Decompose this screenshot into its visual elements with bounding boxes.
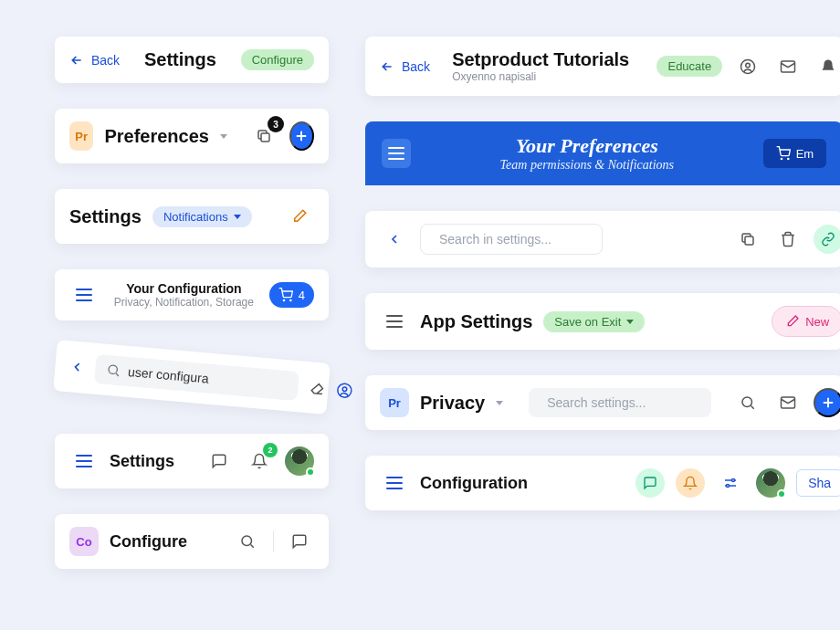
configuration-card: Your Configuration Privacy, Notification… bbox=[55, 269, 329, 320]
notifications-chip[interactable]: Notifications bbox=[152, 206, 252, 227]
hamburger-icon bbox=[76, 455, 92, 467]
chat-button[interactable] bbox=[635, 468, 665, 498]
trash-button[interactable] bbox=[773, 225, 803, 254]
configure-button[interactable]: Configure bbox=[241, 49, 314, 70]
svg-rect-13 bbox=[745, 236, 753, 245]
avatar-wrapper[interactable] bbox=[756, 468, 785, 498]
educate-button[interactable]: Educate bbox=[656, 56, 722, 77]
settings-notifications-card: Settings Notifications bbox=[55, 189, 329, 244]
settings-back-card: Back Settings Configure bbox=[55, 37, 329, 83]
bell-icon bbox=[820, 58, 836, 75]
search-input[interactable] bbox=[439, 232, 599, 247]
add-button[interactable] bbox=[289, 121, 314, 151]
search-settings-card bbox=[365, 211, 840, 268]
sliders-button[interactable] bbox=[716, 468, 745, 498]
user-button[interactable] bbox=[733, 52, 762, 81]
chevron-left-icon bbox=[387, 232, 402, 247]
back-link[interactable]: Back bbox=[380, 59, 430, 74]
chevron-down-icon[interactable] bbox=[220, 134, 227, 139]
arrow-left-icon bbox=[69, 53, 84, 68]
svg-point-8 bbox=[746, 63, 751, 68]
back-label: Back bbox=[402, 59, 430, 74]
bell-button[interactable] bbox=[676, 468, 705, 498]
search-icon bbox=[106, 362, 121, 378]
pr-logo: Pr bbox=[380, 388, 409, 417]
new-button[interactable]: New bbox=[772, 306, 840, 337]
pencil-icon bbox=[785, 314, 800, 329]
svg-point-5 bbox=[342, 387, 347, 392]
share-button[interactable]: Sha bbox=[796, 469, 840, 497]
svg-point-10 bbox=[781, 158, 782, 159]
card-subtitle: Oxyenno napisali bbox=[452, 70, 629, 83]
menu-button[interactable] bbox=[380, 307, 409, 336]
back-button[interactable] bbox=[380, 225, 409, 254]
copy-button[interactable] bbox=[733, 225, 762, 254]
search-box[interactable] bbox=[94, 354, 299, 401]
eraser-button[interactable] bbox=[308, 373, 327, 403]
search-input[interactable] bbox=[547, 395, 707, 410]
app-settings-card: App Settings Save on Exit New bbox=[365, 293, 840, 350]
menu-button[interactable] bbox=[69, 446, 99, 476]
back-label: Back bbox=[91, 53, 120, 68]
pencil-icon bbox=[291, 208, 308, 225]
tutorials-card: Back Setproduct Tutorials Oxyenno napisa… bbox=[365, 37, 840, 96]
hamburger-icon bbox=[388, 147, 404, 160]
copy-icon bbox=[740, 231, 756, 247]
pr-logo: Pr bbox=[69, 121, 93, 151]
privacy-card: Pr Privacy bbox=[365, 375, 840, 430]
card-title: Preferences bbox=[104, 126, 209, 147]
search-button[interactable] bbox=[233, 527, 262, 556]
svg-point-4 bbox=[337, 383, 352, 398]
svg-point-11 bbox=[787, 158, 788, 159]
plus-icon bbox=[293, 128, 310, 144]
card-subtitle: Privacy, Notification, Storage bbox=[110, 296, 258, 309]
chat-button[interactable] bbox=[205, 446, 234, 476]
menu-button[interactable] bbox=[69, 280, 99, 310]
card-title: Privacy bbox=[420, 393, 485, 414]
svg-point-15 bbox=[742, 397, 752, 407]
plus-icon bbox=[820, 394, 836, 411]
hamburger-icon bbox=[386, 315, 403, 328]
user-circle-icon bbox=[336, 382, 354, 400]
chevron-down-icon bbox=[234, 215, 241, 219]
user-circle-icon bbox=[740, 58, 756, 75]
menu-button[interactable] bbox=[382, 139, 411, 168]
back-button[interactable] bbox=[68, 352, 86, 382]
svg-rect-0 bbox=[261, 133, 269, 142]
hamburger-icon bbox=[386, 477, 403, 489]
edit-button[interactable] bbox=[285, 202, 314, 231]
co-logo: Co bbox=[69, 527, 99, 556]
card-title: Settings bbox=[110, 452, 174, 471]
search-box[interactable] bbox=[420, 224, 603, 255]
chat-icon bbox=[643, 476, 657, 490]
chat-button[interactable] bbox=[285, 527, 314, 556]
chevron-down-icon bbox=[626, 320, 634, 324]
status-dot bbox=[306, 467, 315, 477]
copy-button-wrapper: 3 bbox=[249, 121, 278, 151]
banner-action-button[interactable]: Em bbox=[763, 139, 827, 168]
search-button[interactable] bbox=[733, 388, 762, 417]
svg-point-2 bbox=[289, 299, 290, 300]
save-chip[interactable]: Save on Exit bbox=[543, 311, 645, 332]
back-link[interactable]: Back bbox=[69, 53, 120, 68]
search-box[interactable] bbox=[529, 388, 711, 417]
avatar-wrapper[interactable] bbox=[285, 446, 314, 476]
search-input[interactable] bbox=[128, 364, 289, 393]
cart-button[interactable]: 4 bbox=[269, 282, 314, 308]
add-button[interactable] bbox=[814, 388, 840, 417]
card-title: Configure bbox=[110, 532, 187, 551]
mail-button[interactable] bbox=[773, 52, 803, 81]
trash-icon bbox=[780, 231, 796, 247]
search-card bbox=[53, 340, 331, 415]
mail-button[interactable] bbox=[773, 388, 803, 417]
link-badge[interactable] bbox=[814, 225, 840, 254]
bell-button[interactable] bbox=[814, 52, 840, 81]
chevron-down-icon[interactable] bbox=[496, 401, 503, 405]
search-icon bbox=[740, 394, 756, 411]
status-dot bbox=[777, 489, 786, 499]
menu-button[interactable] bbox=[380, 468, 409, 498]
search-icon bbox=[239, 533, 256, 550]
bell-wrapper: 2 bbox=[245, 446, 274, 476]
eraser-icon bbox=[309, 379, 327, 397]
avatar-button[interactable] bbox=[335, 375, 354, 405]
